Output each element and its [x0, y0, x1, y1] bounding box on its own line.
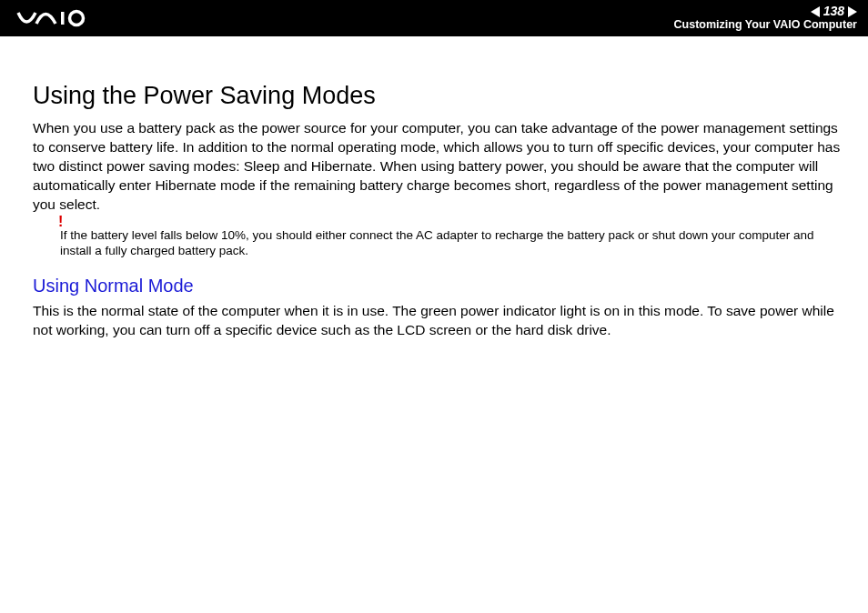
svg-rect-0: [61, 12, 65, 25]
page-content: Using the Power Saving Modes When you us…: [0, 36, 868, 340]
warning-text: If the battery level falls below 10%, yo…: [60, 228, 813, 258]
sub-paragraph: This is the normal state of the computer…: [33, 302, 841, 340]
page-title: Using the Power Saving Modes: [33, 82, 841, 110]
intro-paragraph: When you use a battery pack as the power…: [33, 119, 841, 215]
page-nav: 138: [674, 5, 857, 18]
next-page-icon[interactable]: [848, 6, 857, 17]
warning-icon: !: [58, 213, 63, 232]
warning-note: ! If the battery level falls below 10%, …: [60, 227, 841, 259]
vaio-logo-svg: [13, 9, 113, 27]
subheading: Using Normal Mode: [33, 276, 841, 296]
page-number: 138: [823, 5, 844, 18]
prev-page-icon[interactable]: [811, 6, 820, 17]
svg-point-1: [70, 12, 84, 25]
vaio-logo: [13, 9, 113, 27]
header-bar: 138 Customizing Your VAIO Computer: [0, 0, 868, 36]
header-right: 138 Customizing Your VAIO Computer: [674, 5, 857, 32]
breadcrumb[interactable]: Customizing Your VAIO Computer: [674, 19, 857, 32]
